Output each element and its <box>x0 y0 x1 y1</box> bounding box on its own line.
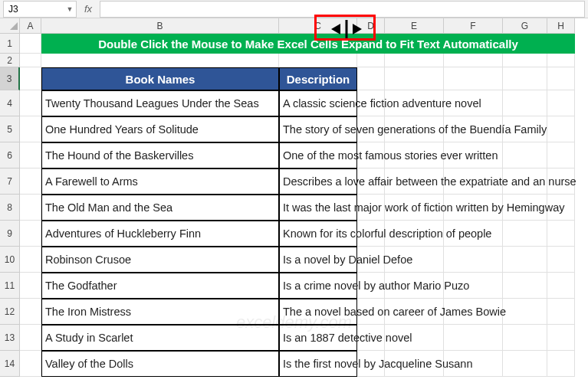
cell[interactable] <box>20 273 41 299</box>
overflow-text: Describes a love affair between the expa… <box>283 175 577 188</box>
cell[interactable] <box>547 116 575 142</box>
book-name-cell[interactable]: Valley of the Dolls <box>41 351 279 377</box>
cell[interactable] <box>547 351 575 377</box>
row-10: 10Robinson CrusoeIs a novel by Daniel De… <box>0 247 588 273</box>
select-all-corner[interactable] <box>0 18 20 34</box>
row-header-7[interactable]: 7 <box>0 168 20 195</box>
book-name-cell[interactable]: Twenty Thousand Leagues Under the Seas <box>41 90 279 116</box>
book-name-cell[interactable]: The Old Man and the Sea <box>41 195 279 221</box>
cell[interactable] <box>20 325 41 351</box>
book-name-cell[interactable]: The Hound of the Baskervilles <box>41 142 279 168</box>
cell[interactable] <box>20 54 41 67</box>
cell[interactable] <box>20 299 41 325</box>
cell[interactable] <box>547 299 575 325</box>
column-header-E[interactable]: E <box>385 18 444 34</box>
column-header-A[interactable]: A <box>20 18 41 34</box>
column-header-H[interactable]: H <box>547 18 575 34</box>
cell[interactable] <box>41 54 279 67</box>
cell[interactable] <box>20 34 41 54</box>
description-cell[interactable]: Is an 1887 detective novel <box>279 325 357 351</box>
cell[interactable] <box>547 54 575 67</box>
book-name-cell[interactable]: One Hundred Years of Solitude <box>41 116 279 142</box>
row-header-3[interactable]: 3 <box>0 67 20 90</box>
cell[interactable] <box>503 247 547 273</box>
cell[interactable] <box>547 142 575 168</box>
cell[interactable] <box>503 54 547 67</box>
row-header-12[interactable]: 12 <box>0 299 20 325</box>
cell[interactable] <box>20 90 41 116</box>
row-header-6[interactable]: 6 <box>0 142 20 168</box>
cell[interactable] <box>503 273 547 299</box>
cell[interactable] <box>20 142 41 168</box>
book-name-cell[interactable]: Adventures of Huckleberry Finn <box>41 221 279 247</box>
description-cell[interactable]: It was the last major work of fiction wr… <box>279 195 357 221</box>
row-header-11[interactable]: 11 <box>0 273 20 299</box>
description-cell[interactable]: The a novel based on career of James Bow… <box>279 299 357 325</box>
cell[interactable] <box>20 116 41 142</box>
cell[interactable] <box>444 54 503 67</box>
cell[interactable] <box>444 325 503 351</box>
name-box[interactable]: J3 ▼ <box>3 1 77 18</box>
column-header-G[interactable]: G <box>503 18 547 34</box>
cell[interactable] <box>279 54 357 67</box>
description-cell[interactable]: The story of seven generations of the Bu… <box>279 116 357 142</box>
row-header-4[interactable]: 4 <box>0 90 20 116</box>
row-header-2[interactable]: 2 <box>0 54 20 67</box>
cell[interactable] <box>385 54 444 67</box>
column-header-C[interactable]: C <box>279 18 357 34</box>
book-name-cell[interactable]: Robinson Crusoe <box>41 247 279 273</box>
description-cell[interactable]: Is a crime novel by author Mario Puzo <box>279 273 357 299</box>
cell[interactable] <box>503 221 547 247</box>
cell[interactable] <box>20 351 41 377</box>
book-name-cell[interactable]: A Farewell to Arms <box>41 168 279 195</box>
cell[interactable] <box>444 67 503 90</box>
row-header-10[interactable]: 10 <box>0 247 20 273</box>
cell[interactable] <box>20 247 41 273</box>
row-header-5[interactable]: 5 <box>0 116 20 142</box>
row-header-14[interactable]: 14 <box>0 351 20 377</box>
fx-icon[interactable]: fx <box>84 3 100 15</box>
row-14: 14Valley of the DollsIs the first novel … <box>0 351 588 377</box>
cell[interactable] <box>547 221 575 247</box>
cell[interactable] <box>503 351 547 377</box>
formula-input[interactable] <box>100 1 585 18</box>
description-cell[interactable]: Describes a love affair between the expa… <box>279 168 357 195</box>
cell[interactable] <box>20 67 41 90</box>
cell[interactable] <box>444 247 503 273</box>
book-name-cell[interactable]: The Iron Mistress <box>41 299 279 325</box>
cell[interactable] <box>503 142 547 168</box>
cell[interactable] <box>547 67 575 90</box>
cell[interactable] <box>547 273 575 299</box>
cell[interactable] <box>547 247 575 273</box>
column-header-F[interactable]: F <box>444 18 503 34</box>
cell[interactable] <box>503 299 547 325</box>
row-header-8[interactable]: 8 <box>0 195 20 221</box>
cell[interactable] <box>20 168 41 195</box>
description-cell[interactable]: A classic science fiction adventure nove… <box>279 90 357 116</box>
row-13: 13A Study in ScarletIs an 1887 detective… <box>0 325 588 351</box>
column-header-B[interactable]: B <box>41 18 279 34</box>
book-name-cell[interactable]: The Godfather <box>41 273 279 299</box>
table-header-books[interactable]: Book Names <box>41 67 279 90</box>
description-cell[interactable]: Known for its colorful description of pe… <box>279 221 357 247</box>
table-header-desc[interactable]: Description <box>279 67 357 90</box>
cell[interactable] <box>20 221 41 247</box>
book-name-cell[interactable]: A Study in Scarlet <box>41 325 279 351</box>
row-header-9[interactable]: 9 <box>0 221 20 247</box>
cell[interactable] <box>385 67 444 90</box>
cell[interactable] <box>503 325 547 351</box>
cell[interactable] <box>20 195 41 221</box>
column-header-D[interactable]: D <box>357 18 385 34</box>
cell[interactable] <box>503 90 547 116</box>
row-header-13[interactable]: 13 <box>0 325 20 351</box>
cell[interactable] <box>357 54 385 67</box>
cell[interactable] <box>503 67 547 90</box>
description-cell[interactable]: One of the most famous stories ever writ… <box>279 142 357 168</box>
cell[interactable] <box>357 67 385 90</box>
cell[interactable] <box>547 325 575 351</box>
description-cell[interactable]: Is the first novel by Jacqueline Susann <box>279 351 357 377</box>
chevron-down-icon[interactable]: ▼ <box>64 5 76 13</box>
row-header-1[interactable]: 1 <box>0 34 20 54</box>
description-cell[interactable]: Is a novel by Daniel Defoe <box>279 247 357 273</box>
cell[interactable] <box>547 90 575 116</box>
